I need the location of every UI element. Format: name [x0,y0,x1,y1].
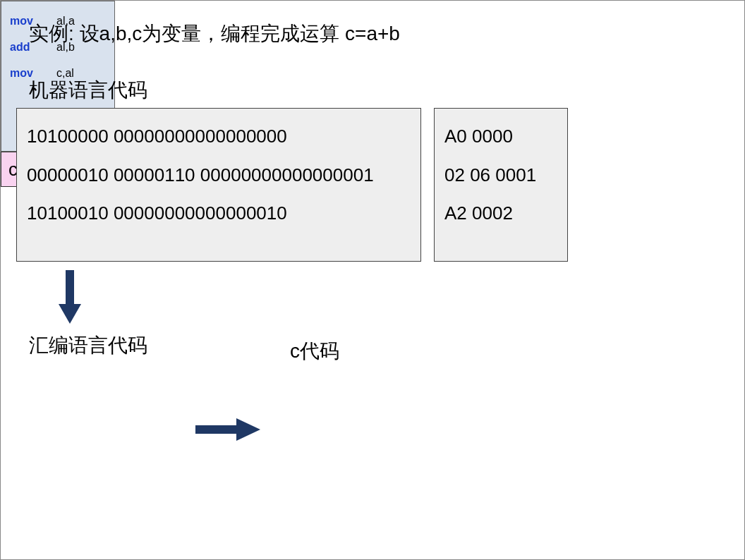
hex-line-2: 02 06 0001 [444,156,557,195]
example-title: 实例: 设a,b,c为变量，编程完成运算 c=a+b [29,20,400,47]
c-code-label: c代码 [290,338,339,365]
hex-line-3: A2 0002 [444,194,557,233]
hex-line-1: A0 0000 [444,117,557,156]
hex-code-box: A0 0000 02 06 0001 A2 0002 [434,108,568,262]
binary-line-1: 10100000 00000000000000000 [27,117,411,156]
svg-marker-1 [59,304,81,324]
machine-language-label: 机器语言代码 [29,77,147,104]
arrow-down-icon [56,267,84,325]
binary-line-3: 10100010 00000000000000010 [27,194,411,233]
arrow-right-icon [193,415,263,444]
binary-code-box: 10100000 00000000000000000 00000010 0000… [16,108,421,262]
svg-marker-3 [236,418,260,441]
binary-line-2: 00000010 00000110 00000000000000001 [27,156,411,195]
assembly-language-label: 汇编语言代码 [29,332,147,359]
